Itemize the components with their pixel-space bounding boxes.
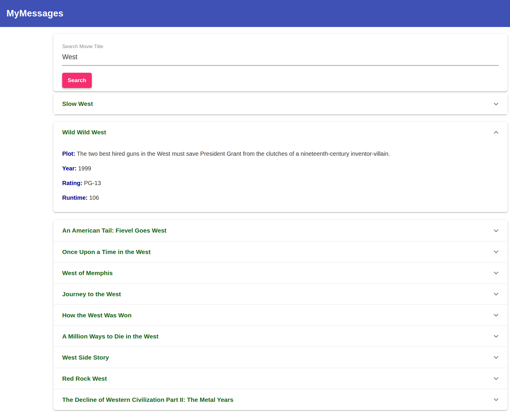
panel-header-once-upon-a-time[interactable]: Once Upon a Time in the West [53, 241, 508, 262]
panel-header-red-rock-west[interactable]: Red Rock West [53, 368, 508, 389]
runtime-value: 106 [89, 194, 99, 201]
app-header: MyMessages [0, 0, 510, 27]
search-input[interactable] [62, 50, 499, 66]
year-label: Year: [62, 165, 77, 172]
accordion-panel-group: An American Tail: Fievel Goes West Once … [53, 220, 508, 410]
panel-header-how-the-west-was-won[interactable]: How the West Was Won [53, 304, 508, 326]
panel-title: Wild Wild West [62, 129, 106, 136]
accordion-panel-slow-west: Slow West [53, 93, 508, 114]
chevron-down-icon [492, 311, 500, 319]
chevron-down-icon [492, 375, 500, 382]
chevron-down-icon [492, 100, 500, 108]
panel-title: An American Tail: Fievel Goes West [62, 227, 167, 234]
panel-header-slow-west[interactable]: Slow West [53, 93, 508, 114]
panel-title: West Side Story [62, 354, 109, 361]
panel-title: Slow West [62, 100, 93, 107]
chevron-down-icon [492, 396, 500, 404]
movie-rating-line: Rating: PG-13 [62, 179, 499, 187]
chevron-down-icon [492, 290, 500, 298]
accordion-panel-wild-wild-west: Wild Wild West Plot: The two best hired … [53, 122, 508, 212]
chevron-down-icon [492, 353, 500, 361]
main-content: Search Movie Title Search Slow West Wild… [53, 34, 508, 410]
panel-title: How the West Was Won [62, 312, 131, 319]
chevron-down-icon [492, 269, 500, 277]
chevron-down-icon [492, 227, 500, 235]
plot-value: The two best hired guns in the West must… [77, 150, 390, 157]
rating-label: Rating: [62, 180, 82, 186]
panel-header-decline-of-western-civilization[interactable]: The Decline of Western Civilization Part… [53, 389, 508, 410]
search-button[interactable]: Search [62, 73, 92, 88]
panel-title: A Million Ways to Die in the West [62, 333, 158, 340]
panel-header-journey-to-the-west[interactable]: Journey to the West [53, 283, 508, 304]
panel-header-west-of-memphis[interactable]: West of Memphis [53, 262, 508, 283]
plot-label: Plot: [62, 150, 75, 157]
panel-title: Once Upon a Time in the West [62, 248, 150, 255]
panel-title: The Decline of Western Civilization Part… [62, 396, 233, 403]
app-title: MyMessages [6, 8, 63, 19]
search-card: Search Movie Title Search [53, 34, 508, 91]
panel-title: Journey to the West [62, 291, 121, 298]
panel-header-a-million-ways[interactable]: A Million Ways to Die in the West [53, 326, 508, 347]
movie-runtime-line: Runtime: 106 [62, 194, 499, 201]
year-value: 1999 [78, 165, 92, 172]
chevron-down-icon [492, 332, 500, 340]
panel-header-wild-wild-west[interactable]: Wild Wild West [53, 122, 508, 143]
movie-details: Plot: The two best hired guns in the Wes… [53, 143, 508, 212]
movie-plot-line: Plot: The two best hired guns in the Wes… [62, 150, 499, 158]
panel-title: West of Memphis [62, 270, 113, 277]
runtime-label: Runtime: [62, 194, 88, 201]
search-input-label: Search Movie Title [62, 44, 103, 49]
panel-header-west-side-story[interactable]: West Side Story [53, 347, 508, 368]
chevron-up-icon [492, 128, 500, 136]
panel-title: Red Rock West [62, 375, 107, 382]
panel-header-an-american-tail[interactable]: An American Tail: Fievel Goes West [53, 220, 508, 241]
movie-year-line: Year: 1999 [62, 165, 499, 172]
rating-value: PG-13 [84, 180, 101, 186]
chevron-down-icon [492, 248, 500, 256]
